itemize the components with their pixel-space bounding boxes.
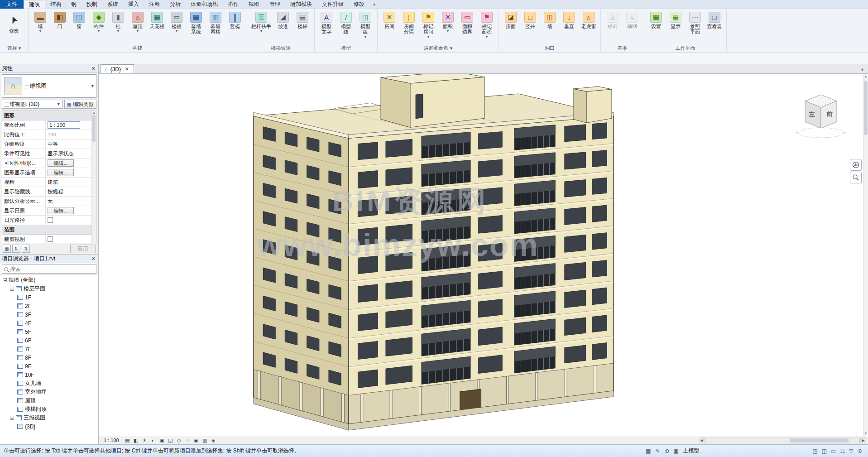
- unlocked-3d-view-icon[interactable]: ◇: [175, 437, 183, 444]
- ribbon-button[interactable]: ◆构件▼: [89, 10, 108, 34]
- editable-only-icon[interactable]: ✎: [655, 448, 660, 454]
- worksharing-display-icon[interactable]: ◳: [812, 448, 817, 454]
- ribbon-group-label[interactable]: 选择 ▾: [0, 44, 28, 52]
- tree-item[interactable]: 10F: [0, 370, 98, 379]
- properties-scrollbar[interactable]: ▲: [91, 111, 96, 243]
- view-tab-3d[interactable]: ⌂ {3D} ✕: [101, 64, 134, 73]
- ribbon-tab[interactable]: 结构: [45, 0, 66, 9]
- drawing-area[interactable]: BIM资源网 www.bimzyw.com 左 前: [99, 74, 868, 436]
- shadows-icon[interactable]: ◐: [149, 437, 157, 444]
- ribbon-tab[interactable]: 钢: [66, 0, 82, 9]
- show-crop-region-icon[interactable]: ◱: [167, 437, 174, 444]
- steering-wheel-icon[interactable]: [850, 159, 862, 171]
- chevron-down-icon[interactable]: ▼: [89, 75, 96, 97]
- property-checkbox[interactable]: [48, 236, 53, 242]
- tree-item[interactable]: 5F: [0, 327, 98, 336]
- ribbon-button[interactable]: ⋯参照 平面: [686, 10, 705, 36]
- ribbon-tab[interactable]: 附加模块: [285, 0, 317, 9]
- view-selector-dropdown[interactable]: 三维视图: {3D} ▼: [2, 100, 63, 109]
- tree-item[interactable]: 2F: [0, 302, 98, 310]
- ribbon-button[interactable]: ▦设置: [647, 10, 666, 30]
- ribbon-tab[interactable]: 文件升级: [317, 0, 349, 9]
- ribbon-tab[interactable]: 系统: [102, 0, 123, 9]
- view-scale-button[interactable]: 1 : 100: [101, 437, 122, 443]
- sun-path-icon[interactable]: ☀: [141, 437, 149, 444]
- viewcube[interactable]: 左 前: [795, 86, 847, 144]
- ribbon-button[interactable]: ⌂老虎窗: [579, 10, 598, 30]
- ribbon-button[interactable]: ◢坡道: [273, 10, 293, 30]
- property-edit-button[interactable]: 编辑...: [48, 159, 74, 167]
- ribbon-tab[interactable]: 分析: [165, 0, 186, 9]
- tree-expander-icon[interactable]: [10, 287, 14, 291]
- ribbon-button[interactable]: ↓垂直: [560, 10, 579, 30]
- ribbon-tab[interactable]: 视图: [244, 0, 264, 9]
- ribbon-button[interactable]: ⚑标记 房间▼: [419, 10, 438, 40]
- tree-folder[interactable]: 三维视图: [0, 414, 98, 422]
- ribbon-button[interactable]: ◫墙: [540, 10, 559, 30]
- ribbon-button[interactable]: ✕面积▼: [438, 10, 457, 34]
- project-browser-close-icon[interactable]: ✕: [90, 256, 96, 262]
- tab-list-chevron-icon[interactable]: ▼: [860, 67, 868, 73]
- view-tab-close-icon[interactable]: ✕: [124, 66, 130, 72]
- ribbon-button[interactable]: ▬墙▼: [31, 10, 50, 34]
- visual-style-icon[interactable]: ◧: [132, 437, 140, 444]
- tree-item[interactable]: 3F: [0, 310, 98, 319]
- press-drag-icon[interactable]: ☷: [840, 448, 845, 454]
- associate-params-button[interactable]: ▦: [3, 245, 11, 253]
- properties-close-icon[interactable]: ✕: [90, 66, 96, 72]
- ribbon-button[interactable]: □查看器: [705, 10, 724, 30]
- tree-item[interactable]: 6F: [0, 336, 98, 345]
- ribbon-button[interactable]: |房间 分隔: [399, 10, 418, 36]
- design-options-icon[interactable]: ▣: [673, 448, 678, 454]
- filter-icon[interactable]: ▽: [849, 448, 853, 454]
- tree-item[interactable]: 屋顶: [0, 396, 98, 405]
- ribbon-tab[interactable]: 预制: [82, 0, 102, 9]
- ribbon-button[interactable]: ▤楼梯: [293, 10, 312, 30]
- property-edit-button[interactable]: 编辑...: [48, 169, 74, 176]
- tree-item[interactable]: 7F: [0, 345, 98, 353]
- ribbon-button[interactable]: ➤修改: [2, 10, 26, 35]
- ribbon-button[interactable]: ▭楼板▼: [167, 10, 186, 34]
- tree-item[interactable]: 1F: [0, 293, 98, 302]
- property-edit-button[interactable]: 编辑...: [48, 207, 74, 214]
- tree-item[interactable]: {3D}: [0, 422, 98, 431]
- edit-type-button[interactable]: ▦ 编辑类型: [64, 100, 96, 109]
- tree-item[interactable]: 8F: [0, 353, 98, 362]
- horizontal-scrollbar[interactable]: ◀ ▶: [699, 438, 866, 443]
- search-input[interactable]: [10, 266, 94, 272]
- zoom-tool-icon[interactable]: [850, 172, 862, 183]
- scroll-right-icon[interactable]: ▶: [860, 438, 866, 443]
- ribbon-tab[interactable]: 注释: [144, 0, 165, 9]
- ribbon-minimize-button[interactable]: ▾: [369, 0, 379, 9]
- temporary-hide-isolate-icon[interactable]: ◌: [184, 437, 192, 444]
- design-options-icon[interactable]: ◫: [822, 448, 827, 454]
- ribbon-tab[interactable]: 管理: [264, 0, 285, 9]
- crop-view-icon[interactable]: ▣: [158, 437, 166, 444]
- ribbon-button[interactable]: ▭面积 边界: [458, 10, 477, 36]
- ribbon-button[interactable]: A模型 文字: [317, 10, 336, 36]
- ribbon-button[interactable]: ▦显示: [666, 10, 685, 30]
- property-checkbox[interactable]: [48, 217, 53, 223]
- apply-button[interactable]: 应用: [70, 245, 96, 253]
- ribbon-button[interactable]: ◧门: [50, 10, 69, 30]
- ribbon-button[interactable]: ◫模型 组▼: [356, 10, 375, 40]
- tree-folder[interactable]: 楼层平面: [0, 284, 98, 293]
- tree-item[interactable]: 室外地坪: [0, 388, 98, 396]
- ribbon-tab[interactable]: 体量和场地: [186, 0, 223, 9]
- reveal-hidden-elements-icon[interactable]: ◉: [192, 437, 200, 444]
- property-value-input[interactable]: 1 : 100: [48, 121, 80, 129]
- ribbon-tab[interactable]: 协作: [223, 0, 244, 9]
- ribbon-button[interactable]: ◪按面: [501, 10, 520, 30]
- file-menu-button[interactable]: 文件: [0, 0, 24, 9]
- tree-item[interactable]: 4F: [0, 319, 98, 327]
- tree-root[interactable]: 视图 (全部): [0, 276, 98, 284]
- scroll-down-icon[interactable]: ▼: [863, 431, 868, 436]
- ribbon-button[interactable]: ║竖梃: [225, 10, 245, 30]
- scroll-up-icon[interactable]: ▲: [863, 74, 868, 79]
- scroll-left-icon[interactable]: ◀: [699, 438, 705, 443]
- building-3d-model[interactable]: [99, 74, 868, 436]
- ribbon-button[interactable]: ◫窗: [70, 10, 89, 30]
- ribbon-button[interactable]: ▦幕墙 系统: [187, 10, 206, 36]
- ribbon-group-label[interactable]: 房间和面积 ▾: [378, 44, 499, 52]
- ribbon-button[interactable]: ▥幕墙 网格: [206, 10, 225, 36]
